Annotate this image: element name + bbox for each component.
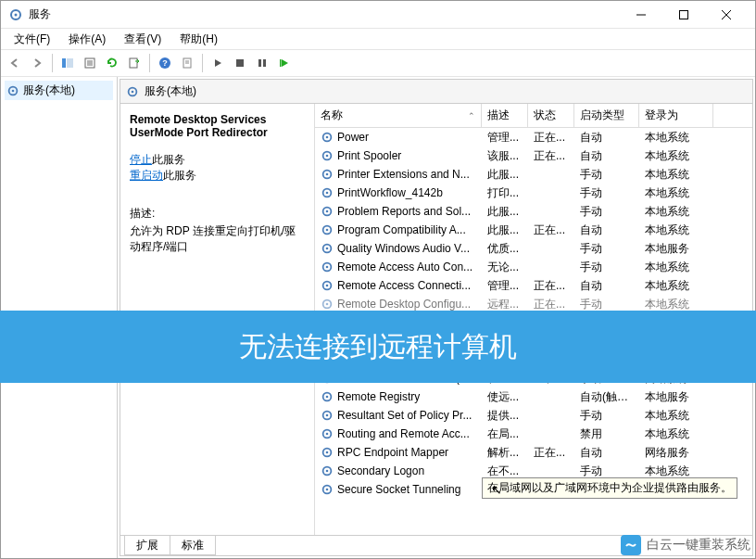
restart-service-button[interactable]: [274, 53, 295, 73]
gear-icon: [321, 223, 334, 236]
toolbar: ?: [1, 49, 755, 77]
service-name: Routing and Remote Acc...: [337, 427, 470, 440]
main-pane-title: 服务(本地): [145, 83, 196, 99]
refresh-button[interactable]: [102, 53, 122, 73]
table-row[interactable]: Quality Windows Audio V...优质...手动本地服务: [315, 239, 752, 258]
gear-icon: [6, 84, 19, 97]
svg-point-45: [326, 303, 329, 306]
menu-view[interactable]: 查看(V): [115, 30, 170, 49]
svg-text:?: ?: [162, 58, 168, 68]
properties-sheet-button[interactable]: [177, 53, 197, 73]
tree-item-services-local[interactable]: 服务(本地): [5, 81, 113, 100]
gear-icon: [321, 298, 334, 311]
table-row[interactable]: Program Compatibility A...此服...正在...自动本地…: [315, 221, 752, 239]
menu-help[interactable]: 帮助(H): [170, 30, 227, 49]
minimize-button[interactable]: [620, 1, 662, 29]
properties-button[interactable]: [80, 53, 100, 73]
svg-rect-19: [258, 59, 261, 67]
service-status: 正在...: [528, 445, 574, 461]
svg-point-65: [326, 489, 329, 491]
col-header-status[interactable]: 状态: [528, 104, 574, 127]
svg-point-63: [326, 470, 329, 473]
service-name: Program Compatibility A...: [337, 223, 466, 236]
title-bar: 服务: [1, 1, 755, 29]
tab-standard[interactable]: 标准: [170, 536, 216, 555]
gear-icon: [321, 483, 334, 496]
service-desc: 打印...: [482, 185, 528, 201]
menu-action[interactable]: 操作(A): [59, 30, 115, 49]
service-logon: 网络服务: [639, 445, 713, 461]
description-text: 允许为 RDP 连接重定向打印机/驱动程序/端口: [130, 223, 305, 255]
restart-service-link[interactable]: 重启动: [130, 169, 163, 182]
svg-point-33: [326, 192, 329, 195]
col-header-desc[interactable]: 描述: [482, 104, 528, 127]
tooltip: 在局域网以及广域网环境中为企业提供路由服务。: [482, 477, 737, 499]
table-row[interactable]: RPC Endpoint Mapper解析...正在...自动网络服务: [315, 443, 752, 462]
tab-extended[interactable]: 扩展: [124, 536, 170, 555]
service-desc: 该服...: [482, 148, 528, 164]
stop-service-link[interactable]: 停止: [130, 153, 152, 166]
svg-rect-18: [236, 59, 244, 67]
col-header-name[interactable]: 名称⌃: [315, 104, 482, 127]
svg-point-43: [326, 285, 329, 287]
service-desc: 在局...: [482, 426, 528, 442]
service-startup: 手动: [574, 408, 639, 424]
table-row[interactable]: Remote Access Connecti...管理...正在...自动本地系…: [315, 276, 752, 295]
watermark-text: 白云一键重装系统: [647, 537, 750, 553]
service-startup: 自动(触发...: [574, 389, 639, 405]
service-logon: 本地服务: [639, 241, 713, 257]
main-pane-header: 服务(本地): [120, 80, 752, 104]
gear-icon: [321, 446, 334, 459]
menu-file[interactable]: 文件(F): [5, 30, 59, 49]
svg-rect-20: [263, 59, 266, 67]
nav-forward-button[interactable]: [27, 53, 47, 73]
nav-back-button[interactable]: [5, 53, 25, 73]
table-row[interactable]: Remote Registry使远...自动(触发...本地服务: [315, 387, 752, 406]
service-startup: 自动: [574, 278, 639, 294]
selected-service-name: Remote Desktop Services UserMode Port Re…: [130, 113, 305, 139]
service-name: Remote Access Auto Con...: [337, 260, 472, 273]
service-name: PrintWorkflow_4142b: [337, 186, 443, 199]
gear-icon: [321, 390, 334, 403]
service-name: Power: [337, 131, 369, 144]
svg-rect-6: [62, 58, 66, 68]
svg-point-39: [326, 248, 329, 250]
col-header-startup[interactable]: 启动类型: [574, 104, 639, 127]
maximize-button[interactable]: [662, 1, 705, 29]
gear-icon: [321, 464, 334, 477]
service-logon: 本地系统: [639, 148, 713, 164]
service-startup: 手动: [574, 464, 639, 479]
service-desc: 提供...: [482, 408, 528, 424]
service-logon: 本地系统: [639, 130, 713, 146]
table-row[interactable]: Remote Access Auto Con...无论...手动本地系统: [315, 258, 752, 276]
show-hide-tree-button[interactable]: [57, 53, 78, 73]
service-desc: 此服...: [482, 222, 528, 238]
start-service-button[interactable]: [208, 53, 228, 73]
svg-rect-3: [680, 10, 688, 19]
table-row[interactable]: PrintWorkflow_4142b打印...手动本地系统: [315, 184, 752, 202]
table-row[interactable]: Problem Reports and Sol...此服...手动本地系统: [315, 202, 752, 221]
table-row[interactable]: Routing and Remote Acc...在局...禁用本地系统: [315, 425, 752, 443]
svg-rect-21: [280, 59, 282, 67]
gear-icon: [321, 409, 334, 422]
col-header-logon[interactable]: 登录为: [639, 104, 713, 127]
svg-point-61: [326, 451, 329, 454]
table-row[interactable]: Print Spooler该服...正在...自动本地系统: [315, 146, 752, 165]
close-button[interactable]: [705, 1, 748, 29]
service-logon: 本地系统: [639, 204, 713, 220]
service-desc: 解析...: [482, 445, 528, 461]
pause-service-button[interactable]: [252, 53, 272, 73]
gear-icon: [321, 186, 334, 199]
gear-icon: [321, 279, 334, 292]
help-button[interactable]: ?: [155, 53, 175, 73]
stop-service-button[interactable]: [230, 53, 250, 73]
service-status: 正在...: [528, 222, 574, 238]
service-name: Resultant Set of Policy Pr...: [337, 409, 472, 422]
table-row[interactable]: Power管理...正在...自动本地系统: [315, 128, 752, 146]
service-logon: 本地系统: [639, 167, 713, 183]
table-row[interactable]: Printer Extensions and N...此服...手动本地系统: [315, 165, 752, 184]
service-desc: 无论...: [482, 260, 528, 275]
export-button[interactable]: [124, 53, 145, 73]
table-row[interactable]: Resultant Set of Policy Pr...提供...手动本地系统: [315, 406, 752, 425]
service-desc: 管理...: [482, 130, 528, 146]
